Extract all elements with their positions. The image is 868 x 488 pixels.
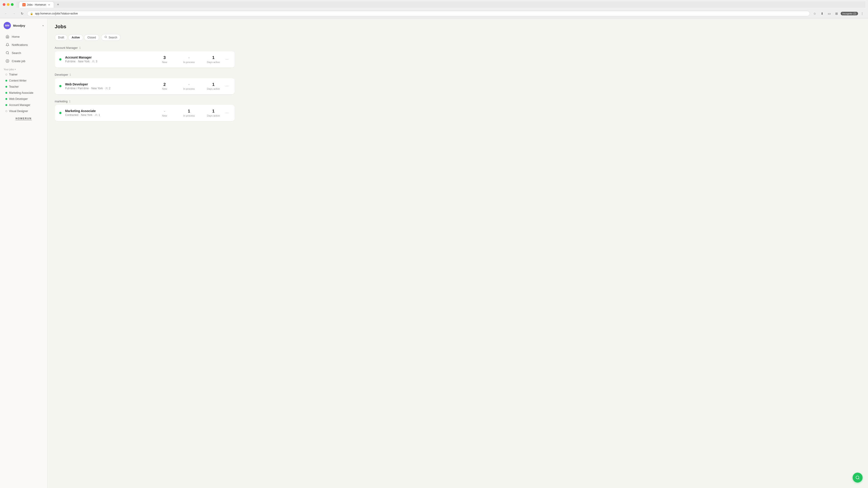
job-group-header-developer: Developer 1 (55, 73, 235, 76)
job-card-web-developer[interactable]: Web Developer Full-time / Part-time · Ne… (55, 78, 235, 94)
job-group-account-manager: Account Manager 1 Account Manager Full-t… (55, 46, 235, 68)
new-tab-button[interactable]: + (55, 1, 61, 8)
job-group-name: marketing (55, 100, 68, 103)
days-active-value: 1 (207, 109, 220, 114)
chat-button[interactable] (852, 473, 863, 483)
filter-closed-button[interactable]: Closed (84, 34, 99, 41)
incognito-badge[interactable]: Incognito (2) (841, 12, 858, 15)
address-bar[interactable]: 🔒 app.homerun.co/jobs?status=active (27, 11, 810, 16)
sidebar-item-home[interactable]: Home (2, 33, 45, 40)
sidebar-job-marketing-associate[interactable]: Marketing Associate (2, 90, 45, 96)
browser-chrome: H Jobs · Homerun ✕ + ← → ↻ 🔒 app.homerun… (0, 0, 868, 18)
job-applicants: 3 (96, 60, 97, 63)
job-group-name: Account Manager (55, 46, 78, 50)
tab-close-button[interactable]: ✕ (48, 3, 51, 6)
sidebar-footer: HOMERUN (0, 114, 47, 123)
job-active-dot (59, 85, 61, 87)
job-group-count: 1 (79, 46, 81, 50)
job-group-count: 1 (69, 100, 70, 103)
bookmark-icon[interactable]: ☆ (812, 10, 818, 17)
tab-title: Jobs · Homerun (27, 3, 46, 6)
job-card-marketing-associate[interactable]: Marketing Associate Contracted · New Yor… (55, 105, 235, 121)
svg-point-8 (106, 87, 107, 88)
main-content: Jobs Draft Active Closed Search (48, 18, 868, 488)
search-nav-icon (5, 51, 9, 55)
sidebar-item-create-job[interactable]: Create job (2, 57, 45, 65)
job-meta: Contracted · New York · 1 (65, 113, 154, 117)
job-title: Marketing Associate (65, 109, 154, 113)
svg-point-10 (856, 476, 859, 479)
job-status-dot (5, 92, 7, 94)
filter-active-button[interactable]: Active (68, 34, 83, 41)
main-inner: Jobs Draft Active Closed Search (48, 18, 242, 132)
tab-bar: H Jobs · Homerun ✕ + (16, 1, 865, 8)
sidebar-job-trainer[interactable]: Trainer (2, 72, 45, 77)
job-stats-account-manager: 3 New - In process 1 Days active (158, 55, 220, 64)
chevron-down-icon: ▾ (15, 68, 16, 70)
job-meta: Full-time / Part-time · New York · 2 (65, 87, 154, 90)
job-stat-days-active: 1 Days active (207, 55, 220, 64)
svg-point-0 (6, 52, 8, 54)
company-switcher[interactable]: MM Moodjoy ▾ (0, 18, 47, 32)
job-type: Full-time / Part-time (65, 87, 89, 90)
download-icon[interactable]: ⬇ (819, 10, 825, 17)
sidebar-job-visual-designer[interactable]: Visual Designer (2, 108, 45, 114)
search-button-label: Search (108, 36, 117, 39)
job-more-button[interactable]: ··· (224, 56, 230, 63)
search-icon (104, 36, 107, 39)
days-active-label: Days active (207, 114, 220, 117)
toolbar-actions: ☆ ⬇ ▭ ⊞ Incognito (2) ⋮ (812, 10, 865, 17)
job-type: Full-time (65, 60, 75, 63)
in-process-value: 1 (182, 109, 196, 114)
sidebar-item-notifications[interactable]: Notifications (2, 41, 45, 48)
days-active-label: Days active (207, 88, 220, 90)
job-stat-new: 3 New (158, 55, 171, 64)
job-info-web-developer: Web Developer Full-time / Part-time · Ne… (65, 83, 154, 90)
maximize-window-button[interactable] (11, 3, 13, 6)
sidebar-item-search[interactable]: Search (2, 49, 45, 57)
sidebar-job-web-developer[interactable]: Web Developer (2, 96, 45, 102)
forward-button[interactable]: → (11, 10, 17, 17)
job-status-dot (5, 80, 7, 82)
new-count: 2 (158, 82, 171, 87)
job-status-dot (5, 74, 7, 75)
new-label: New (158, 88, 171, 90)
your-jobs-label[interactable]: Your jobs ▾ (4, 68, 43, 71)
back-button[interactable]: ← (3, 10, 9, 17)
job-applicants: 1 (98, 113, 100, 117)
close-window-button[interactable] (3, 3, 5, 6)
search-jobs-button[interactable]: Search (101, 34, 121, 41)
job-card-account-manager[interactable]: Account Manager Full-time · New York · 3 (55, 51, 235, 68)
job-stat-in-process: 1 In process (182, 109, 196, 117)
plus-icon (5, 59, 9, 63)
days-active-value: 1 (207, 82, 220, 87)
search-float-icon (855, 475, 860, 480)
job-more-button[interactable]: ··· (224, 83, 230, 89)
job-more-button[interactable]: ··· (224, 110, 230, 116)
days-active-value: 1 (207, 55, 220, 60)
more-menu-icon[interactable]: ⋮ (859, 10, 865, 17)
home-icon (5, 35, 9, 39)
filter-draft-button[interactable]: Draft (55, 34, 67, 41)
refresh-button[interactable]: ↻ (19, 10, 25, 17)
in-process-value: - (182, 82, 196, 87)
job-group-count: 1 (69, 73, 71, 76)
job-active-dot (59, 58, 61, 61)
browser-tab[interactable]: H Jobs · Homerun ✕ (19, 2, 54, 8)
people-icon (92, 60, 95, 63)
sidebar-job-teacher[interactable]: Teacher (2, 84, 45, 90)
sidebar-job-content-writer[interactable]: Content Writer (2, 78, 45, 84)
jobs-list: Trainer Content Writer Teacher Marketing… (0, 72, 47, 114)
sidebar: MM Moodjoy ▾ Home (0, 18, 48, 488)
job-active-dot (59, 112, 61, 114)
browser-toolbar: ← → ↻ 🔒 app.homerun.co/jobs?status=activ… (0, 9, 868, 18)
extension-icon[interactable]: ⊞ (833, 10, 840, 17)
job-status-dot (5, 98, 7, 100)
sidebar-toggle-icon[interactable]: ▭ (826, 10, 833, 17)
sidebar-job-account-manager[interactable]: Account Manager (2, 102, 45, 108)
filter-bar: Draft Active Closed Search (55, 34, 235, 41)
job-status-dot (5, 104, 7, 106)
bell-icon (5, 43, 9, 47)
job-stat-new: 2 New (158, 82, 171, 90)
minimize-window-button[interactable] (7, 3, 9, 6)
